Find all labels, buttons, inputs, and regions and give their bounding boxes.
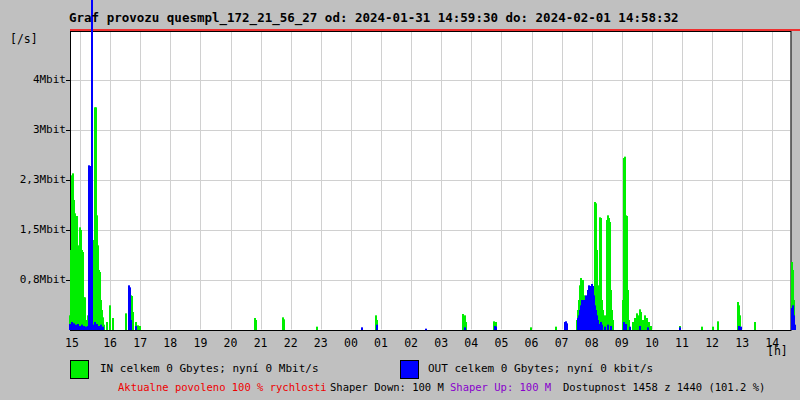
traffic-spike-out xyxy=(607,325,609,330)
x-tick-label: 04 xyxy=(459,336,483,350)
x-tick-label: 14 xyxy=(760,336,784,350)
traffic-spike-in xyxy=(634,318,636,330)
traffic-spike-in xyxy=(555,327,557,330)
traffic-spike-out xyxy=(98,326,100,330)
traffic-spike-in xyxy=(137,325,139,330)
traffic-spike-out xyxy=(77,324,79,330)
traffic-spike-out xyxy=(130,320,132,330)
x-tick-label: 17 xyxy=(128,336,152,350)
traffic-spike-out xyxy=(794,325,796,330)
legend-out-label: OUT celkem 0 Gbytes; nyní 0 kbit/s xyxy=(428,362,653,375)
legend-in-label: IN celkem 0 Gbytes; nyní 0 Mbit/s xyxy=(100,362,319,375)
traffic-spike-out xyxy=(92,325,94,330)
traffic-graph-page: { "title": "Graf provozu quesmpl_172_21_… xyxy=(0,0,800,400)
traffic-spike-in xyxy=(316,327,318,330)
legend-in-swatch xyxy=(70,360,89,379)
traffic-spike-out xyxy=(647,327,649,330)
y-axis-unit-label: [/s] xyxy=(10,32,38,46)
traffic-spike-out xyxy=(85,327,87,330)
traffic-spike-out xyxy=(740,327,742,330)
legend-out-swatch xyxy=(400,360,419,379)
traffic-spike-in xyxy=(632,322,634,330)
traffic-spike-in xyxy=(701,327,703,330)
x-tick-label: 08 xyxy=(580,336,604,350)
traffic-spike-out xyxy=(94,322,96,330)
x-tick-label: 01 xyxy=(369,336,393,350)
traffic-spike-out xyxy=(629,327,631,330)
x-tick-label: 19 xyxy=(188,336,212,350)
status-availability: Dostupnost 1458 z 1440 (101.2 %) xyxy=(563,381,765,393)
traffic-spike-out xyxy=(73,323,75,330)
traffic-spike-out xyxy=(102,327,104,330)
traffic-spike-in xyxy=(132,312,134,330)
x-tick-label: 05 xyxy=(489,336,513,350)
traffic-spike-in xyxy=(642,320,644,330)
traffic-spike-out xyxy=(79,326,81,330)
traffic-spike-out xyxy=(566,323,568,330)
x-tick-label: 12 xyxy=(700,336,724,350)
x-tick-label: 20 xyxy=(219,336,243,350)
x-tick-label: 16 xyxy=(98,336,122,350)
x-tick-label: 02 xyxy=(399,336,423,350)
x-tick-label: 18 xyxy=(158,336,182,350)
status-shaper-down: Shaper Down: 100 M xyxy=(330,381,444,393)
traffic-spike-out xyxy=(425,329,427,331)
x-tick-label: 03 xyxy=(429,336,453,350)
x-tick-label: 13 xyxy=(730,336,754,350)
traffic-spike-out xyxy=(464,327,466,330)
traffic-spike-in xyxy=(125,313,127,330)
traffic-spike-out xyxy=(91,0,93,330)
x-tick-label: 00 xyxy=(339,336,363,350)
traffic-spike-in xyxy=(530,327,532,330)
x-tick-label: 22 xyxy=(279,336,303,350)
traffic-spike-in xyxy=(109,305,111,330)
traffic-spike-out xyxy=(89,166,91,330)
traffic-spike-out xyxy=(135,326,137,330)
traffic-spike-out xyxy=(376,325,378,330)
traffic-spike-out xyxy=(71,322,73,330)
traffic-spike-in xyxy=(283,319,285,330)
traffic-spike-out xyxy=(96,324,98,330)
y-tick-label: 2,3Mbit xyxy=(10,173,66,186)
x-tick-label: 15 xyxy=(60,336,84,350)
traffic-spike-out xyxy=(361,327,363,330)
traffic-spike-out xyxy=(100,325,102,330)
traffic-spike-in xyxy=(462,314,464,330)
traffic-spike-in xyxy=(644,315,646,330)
status-allowed-speed: Aktualne povoleno 100 % rychlosti xyxy=(118,381,327,393)
traffic-spike-out xyxy=(495,327,497,330)
y-tick-label: 4Mbit xyxy=(10,73,66,86)
traffic-spike-in xyxy=(112,318,114,330)
traffic-spike-out xyxy=(610,326,612,330)
x-tick-label: 23 xyxy=(309,336,333,350)
status-shaper-up: Shaper Up: 100 M xyxy=(450,381,551,393)
traffic-spike-in xyxy=(754,322,756,330)
y-tick-label: 3Mbit xyxy=(10,123,66,136)
traffic-spike-out xyxy=(625,324,627,330)
y-tick-label: 1,5Mbit xyxy=(10,223,66,236)
x-tick-label: 07 xyxy=(550,336,574,350)
traffic-spike-out xyxy=(604,327,606,330)
traffic-spike-out xyxy=(81,325,83,330)
traffic-spike-out xyxy=(639,326,641,330)
x-tick-label: 10 xyxy=(640,336,664,350)
traffic-spike-out xyxy=(679,327,681,330)
traffic-spike-out xyxy=(601,325,603,330)
traffic-spike-in xyxy=(717,321,719,330)
traffic-spike-in xyxy=(650,326,652,330)
traffic-spike-out xyxy=(75,325,77,330)
traffic-spike-out xyxy=(69,324,71,330)
traffic-spike-in xyxy=(255,320,257,330)
x-tick-label: 21 xyxy=(249,336,273,350)
traffic-spike-in xyxy=(139,326,141,330)
x-tick-label: 06 xyxy=(520,336,544,350)
x-tick-label: 09 xyxy=(610,336,634,350)
y-axis-ticks xyxy=(66,81,70,281)
traffic-spike-in xyxy=(612,320,614,330)
y-tick-label: 0,8Mbit xyxy=(10,273,66,286)
traffic-spike-in xyxy=(712,327,714,330)
x-tick-label: 11 xyxy=(670,336,694,350)
graph-title: Graf provozu quesmpl_172_21_56_27 od: 20… xyxy=(69,10,679,25)
traffic-spike-out xyxy=(83,326,85,330)
traffic-spike-out xyxy=(738,326,740,330)
